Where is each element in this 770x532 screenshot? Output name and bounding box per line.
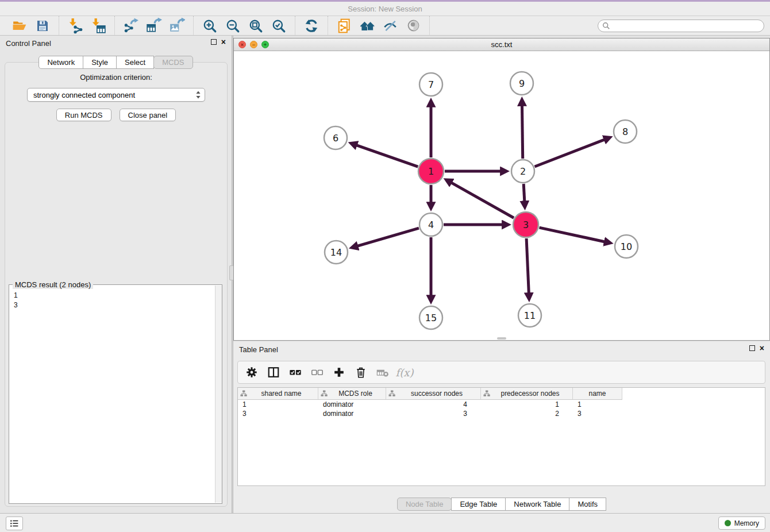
zoom-out-icon [225, 18, 240, 33]
mcds-panel-body: Optimization criterion: strongly connect… [5, 62, 228, 507]
graph-node-14[interactable]: 14 [325, 241, 348, 264]
birds-eye-view-button[interactable] [402, 17, 425, 34]
close-window-icon[interactable]: × [238, 41, 246, 48]
column-header-predecessor-nodes[interactable]: predecessor nodes [481, 388, 573, 400]
column-layout-button[interactable] [264, 363, 283, 381]
tab-select[interactable]: Select [116, 56, 154, 69]
zoom-out-button[interactable] [221, 17, 244, 34]
minimize-window-icon[interactable]: − [250, 41, 257, 48]
houses-icon [360, 18, 375, 33]
graph-edge-3-10[interactable] [540, 228, 605, 242]
close-table-panel-icon[interactable]: × [760, 345, 764, 351]
memory-button[interactable]: Memory [718, 516, 765, 530]
graph-node-15[interactable]: 15 [419, 306, 442, 329]
export-image-button[interactable] [165, 17, 188, 34]
graph-node-9[interactable]: 9 [510, 72, 533, 95]
table-row[interactable]: 1dominator411 [238, 400, 765, 409]
import-table-button[interactable] [87, 17, 110, 34]
export-table-button[interactable] [143, 17, 165, 34]
open-file-button[interactable] [8, 17, 31, 34]
table-cell: dominator [318, 400, 386, 408]
graph-edge-1-6[interactable] [357, 145, 418, 167]
select-all-columns-button[interactable] [286, 363, 305, 381]
tab-mcds[interactable]: MCDS [153, 56, 192, 69]
graph-node-1[interactable]: 1 [418, 159, 444, 184]
tab-network-table[interactable]: Network Table [505, 498, 569, 511]
graph-node-label: 10 [621, 241, 632, 252]
graph-edge-3-1[interactable] [452, 183, 514, 218]
graph-edge-4-14[interactable] [357, 228, 419, 246]
control-panel-header: Control Panel × [0, 36, 232, 51]
graph-edge-3-11[interactable] [526, 238, 529, 293]
fit-content-button[interactable] [244, 17, 267, 34]
close-panel-icon[interactable]: × [221, 39, 226, 45]
tab-node-table[interactable]: Node Table [397, 498, 452, 511]
graph-edge-2-8[interactable] [535, 140, 605, 167]
graph-node-11[interactable]: 11 [518, 304, 541, 327]
table-panel-title: Table Panel [239, 345, 278, 354]
first-neighbors-button[interactable] [356, 17, 379, 34]
column-header-mcds-role[interactable]: MCDS role [318, 388, 386, 400]
criterion-dropdown[interactable]: strongly connected component [27, 88, 205, 102]
zoom-selected-button[interactable] [267, 17, 290, 34]
add-column-button[interactable] [330, 363, 348, 381]
table-cell: 1 [481, 400, 573, 408]
graph-node-8[interactable]: 8 [614, 120, 637, 143]
tab-network[interactable]: Network [38, 56, 83, 69]
import-network-button[interactable] [64, 17, 87, 34]
run-mcds-button[interactable]: Run MCDS [56, 109, 111, 121]
graph-node-10[interactable]: 10 [615, 235, 638, 258]
show-graphics-details-button[interactable] [379, 17, 402, 34]
graph-node-6[interactable]: 6 [324, 126, 347, 149]
graph-node-2[interactable]: 2 [511, 160, 534, 183]
graph-node-3[interactable]: 3 [513, 212, 538, 237]
search-input[interactable] [598, 20, 764, 32]
node-table: shared name MCDS role successor nodes pr… [237, 387, 765, 486]
zoom-group [194, 16, 295, 36]
delete-table-icon [376, 366, 389, 379]
network-canvas-svg[interactable]: 7968124314101511 [234, 51, 769, 340]
graph-edge-2-9[interactable] [522, 106, 523, 159]
delete-table-button[interactable] [374, 363, 392, 381]
tab-edge-table[interactable]: Edge Table [451, 498, 506, 511]
save-session-button[interactable] [31, 17, 54, 34]
table-cell: 3 [386, 410, 481, 418]
result-scrollbar[interactable] [215, 286, 222, 503]
network-hscroll-handle[interactable] [497, 337, 506, 340]
delete-column-button[interactable] [352, 363, 370, 381]
table-cell: 3 [238, 410, 318, 418]
tab-motifs[interactable]: Motifs [569, 498, 606, 511]
table-settings-button[interactable] [242, 363, 261, 381]
mcds-result-line: 1 [14, 291, 210, 300]
open-folder-icon [12, 18, 27, 33]
close-panel-button[interactable]: Close panel [120, 109, 176, 121]
new-network-from-selection-button[interactable] [333, 17, 356, 34]
unselect-all-columns-button[interactable] [308, 363, 326, 381]
export-network-icon [123, 18, 139, 34]
zoom-window-icon[interactable]: + [261, 41, 269, 48]
table-row[interactable]: 3dominator323 [238, 409, 765, 418]
task-history-button[interactable] [6, 516, 23, 530]
plus-icon [333, 366, 345, 379]
column-header-name[interactable]: name [573, 388, 622, 400]
apply-layout-button[interactable] [300, 17, 323, 34]
graph-node-label: 2 [520, 166, 526, 177]
save-floppy-icon [36, 19, 49, 33]
zoom-in-button[interactable] [198, 17, 221, 34]
float-window-icon[interactable] [211, 39, 217, 45]
graph-node-label: 7 [428, 79, 434, 90]
column-header-shared-name[interactable]: shared name [238, 388, 318, 400]
export-network-button[interactable] [120, 17, 143, 34]
column-header-successor-nodes[interactable]: successor nodes [386, 388, 481, 400]
search-icon [602, 22, 610, 30]
window-title: Session: New Session [0, 2, 770, 16]
eye-slash-icon [383, 18, 398, 33]
tab-style[interactable]: Style [83, 56, 117, 69]
apply-function-button[interactable]: f(x) [395, 363, 414, 381]
float-table-panel-icon[interactable] [749, 345, 755, 351]
status-bar: Memory [0, 513, 770, 532]
graph-node-4[interactable]: 4 [419, 213, 442, 236]
graph-edge-2-3[interactable] [523, 184, 525, 201]
graph-node-7[interactable]: 7 [419, 73, 442, 96]
memory-label: Memory [734, 519, 759, 527]
